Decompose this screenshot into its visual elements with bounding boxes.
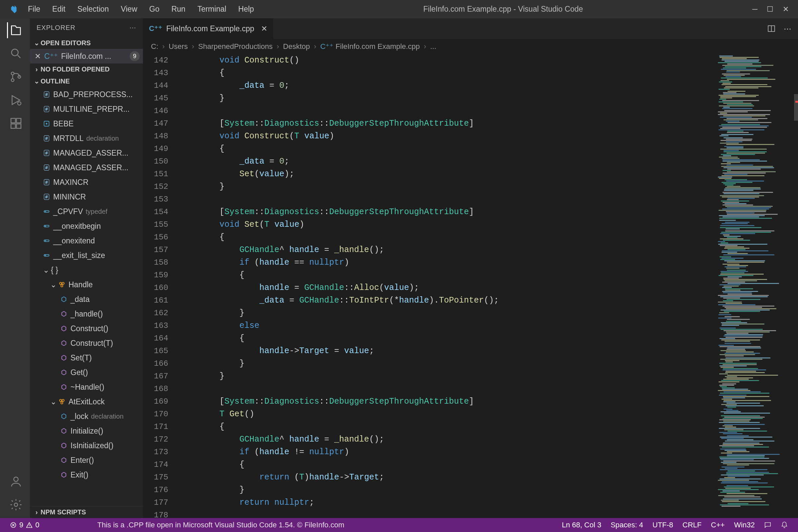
status-ln-col[interactable]: Ln 68, Col 3 [557,521,606,529]
outline-label: OUTLINE [41,77,70,85]
feedback-icon[interactable] [759,521,776,529]
menu-selection[interactable]: Selection [72,0,115,18]
chevron-down-icon: ⌄ [33,77,41,85]
symbol-field-icon [59,413,69,420]
outline-item[interactable]: _CPVFVtypedef [30,204,143,219]
explorer-icon[interactable] [7,22,23,38]
outline-item[interactable]: IsInitialized() [30,438,143,453]
menu-help[interactable]: Help [232,0,260,18]
tab-active[interactable]: C⁺⁺ FileInfo.com Example.cpp ✕ [143,18,274,39]
window-controls: ─ ☐ ✕ [746,5,795,14]
outline-item[interactable]: __onexitbegin [30,219,143,233]
outline-label: _lock [71,412,89,421]
breadcrumb-item[interactable]: C⁺⁺ FileInfo.com Example.cpp [318,42,422,51]
status-encoding[interactable]: UTF-8 [648,521,678,529]
settings-gear-icon[interactable] [7,497,23,513]
chevron-right-icon: › [424,42,426,51]
breadcrumb-item[interactable]: Users [167,42,190,51]
code-editor[interactable]: void Construct() { _data = 0; } [System:… [176,54,716,518]
maximize-icon[interactable]: ☐ [767,5,773,14]
section-outline[interactable]: ⌄ OUTLINE [30,75,143,87]
menu-edit[interactable]: Edit [46,0,72,18]
activity-bar [0,18,30,518]
account-icon[interactable] [7,474,23,490]
menu-run[interactable]: Run [165,0,191,18]
editor-scrollbar[interactable] [793,54,798,518]
outline-label: Construct() [71,324,108,333]
outline-item[interactable]: #MANAGED_ASSER... [30,146,143,160]
breadcrumb-item[interactable]: ... [428,42,438,51]
svg-point-14 [44,211,46,212]
open-editor-item[interactable]: ✕ C⁺⁺ FileInfo.com ... 9 [30,49,143,63]
outline-item[interactable]: #BAD_PREPROCESS... [30,87,143,102]
outline-item[interactable]: Set(T) [30,350,143,365]
more-actions-icon[interactable]: ⋯ [784,24,791,33]
outline-item[interactable]: __exit_list_size [30,248,143,263]
run-debug-icon[interactable] [7,92,23,108]
outline-item[interactable]: #MANAGED_ASSER... [30,160,143,175]
svg-point-4 [18,102,21,105]
minimize-icon[interactable]: ─ [752,5,757,14]
menubar: FileEditSelectionViewGoRunTerminalHelp [22,0,260,18]
breadcrumb-item[interactable]: C: [149,42,160,51]
outline-item[interactable]: BEBE [30,116,143,131]
minimap[interactable] [716,54,793,518]
split-editor-icon[interactable] [767,24,776,33]
outline-item[interactable]: _lockdeclaration [30,409,143,424]
outline-item[interactable]: #MAXINCR [30,175,143,190]
section-open-editors[interactable]: ⌄ OPEN EDITORS [30,37,143,49]
breadcrumb[interactable]: C:›Users›SharpenedProductions›Desktop›C⁺… [143,39,798,54]
menu-file[interactable]: File [22,0,46,18]
breadcrumb-item[interactable]: SharpenedProductions [196,42,274,51]
close-tab-icon[interactable]: ✕ [261,24,267,33]
menu-view[interactable]: View [115,0,143,18]
close-file-icon[interactable]: ✕ [35,52,41,61]
more-icon[interactable]: ⋯ [129,24,136,32]
outline-item[interactable]: __onexitend [30,233,143,248]
close-icon[interactable]: ✕ [783,5,789,14]
outline-item[interactable]: ⌄{ } [30,263,143,277]
chevron-right-icon: › [162,42,165,51]
symbol-method-icon [59,384,69,391]
menu-terminal[interactable]: Terminal [191,0,232,18]
outline-item[interactable]: #MULTILINE_PREPR... [30,102,143,116]
outline-item[interactable]: _data [30,292,143,307]
menu-go[interactable]: Go [143,0,166,18]
svg-point-24 [59,399,61,401]
outline-item[interactable]: Construct(T) [30,336,143,350]
outline-item[interactable]: ⌄Handle [30,277,143,292]
tab-bar: C⁺⁺ FileInfo.com Example.cpp ✕ ⋯ [143,18,798,39]
outline-item[interactable]: ~Handle() [30,380,143,394]
outline-item[interactable]: Construct() [30,321,143,336]
status-os[interactable]: Win32 [729,521,759,529]
app-logo-icon [3,5,22,14]
outline-label: Initialize() [71,426,103,436]
search-icon[interactable] [7,45,23,61]
outline-item[interactable]: Enter() [30,453,143,468]
status-spaces[interactable]: Spaces: 4 [606,521,648,529]
notifications-icon[interactable] [776,521,793,529]
source-control-icon[interactable] [7,69,23,85]
status-eol[interactable]: CRLF [678,521,706,529]
outline-hint: declaration [91,413,124,420]
status-errors[interactable]: 9 0 [5,521,44,529]
section-no-folder[interactable]: › NO FOLDER OPENED [30,63,143,75]
breadcrumb-item[interactable]: Desktop [281,42,312,51]
symbol-method-icon [59,340,69,346]
outline-item[interactable]: Exit() [30,468,143,482]
svg-point-18 [44,240,46,241]
outline-item[interactable]: Get() [30,365,143,380]
outline-item[interactable]: ⌄AtExitLock [30,394,143,409]
outline-item[interactable]: #MININCR [30,190,143,204]
outline-item[interactable]: _handle() [30,307,143,321]
open-file-name: FileInfo.com ... [61,52,111,61]
outline-item[interactable]: Initialize() [30,424,143,438]
status-language[interactable]: C++ [706,521,729,529]
outline-label: Get() [71,368,88,377]
outline-item[interactable]: #MRTDLLdeclaration [30,131,143,146]
symbol-define-icon: # [42,194,51,200]
svg-point-25 [62,399,64,401]
extensions-icon[interactable] [7,115,23,131]
scrollbar-thumb[interactable] [794,94,798,121]
section-npm[interactable]: › NPM SCRIPTS [30,506,143,518]
